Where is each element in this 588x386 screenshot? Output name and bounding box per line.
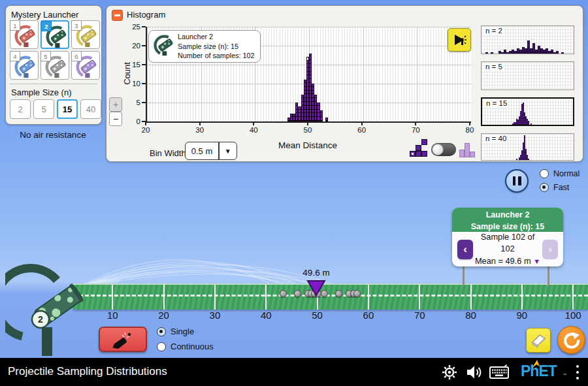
x-tick-label: 50: [298, 126, 318, 134]
mini-bar: [516, 159, 517, 160]
zoom-in-button[interactable]: +: [109, 97, 122, 112]
y-tick: [142, 26, 146, 27]
next-sample-button: ›: [542, 240, 558, 259]
projectile-ball: [294, 290, 301, 297]
y-tick: [142, 83, 146, 84]
mean-arrow-icon: ▼: [533, 257, 540, 265]
yard-line: [112, 285, 113, 310]
reset-icon: [563, 331, 580, 349]
pause-icon: [513, 176, 516, 185]
mini-bar: [528, 121, 529, 125]
sonification-button[interactable]: [448, 28, 471, 52]
x-tick-label: 30: [190, 126, 210, 134]
launcher-number-tag: 3: [71, 20, 82, 31]
y-tick-label: 10: [122, 80, 140, 88]
zoom-out-button[interactable]: −: [109, 112, 122, 126]
speed-radio-fast[interactable]: Fast: [540, 183, 569, 192]
x-tick: [199, 121, 201, 125]
mini-bar: [561, 52, 564, 54]
settings-button[interactable]: [440, 363, 459, 381]
mean-marker-label: 49.6 m: [290, 268, 342, 278]
x-tick: [469, 121, 470, 125]
y-tick-label: 20: [122, 42, 140, 50]
speed-radio-normal[interactable]: Normal: [540, 169, 580, 178]
mini-histogram-n=15[interactable]: n = 15: [481, 97, 574, 126]
phet-arrow-icon: [531, 360, 540, 369]
radio-unselected[interactable]: [157, 342, 166, 351]
collapse-button[interactable]: [112, 10, 123, 21]
sample-counter: Sample 102 of 102: [473, 231, 542, 255]
radio-unselected[interactable]: [540, 169, 549, 178]
launcher-button-1[interactable]: 1: [10, 20, 39, 49]
bin-width-dropdown[interactable]: 0.5 m ▼: [185, 142, 237, 160]
radio-selected[interactable]: [157, 327, 166, 336]
x-tick: [253, 121, 254, 125]
sample-size-button-5[interactable]: 5: [33, 99, 54, 119]
mode-radio-single[interactable]: Single: [157, 327, 194, 336]
block-dot: [412, 153, 414, 155]
y-tick-label: 25: [122, 23, 140, 31]
yard-line: [572, 285, 574, 310]
mini-histogram-n=5[interactable]: n = 5: [481, 61, 574, 90]
launcher-button-3[interactable]: 3: [71, 20, 100, 49]
launcher-button-5[interactable]: 5: [41, 51, 69, 80]
field-number: 20: [144, 310, 184, 321]
x-tick: [361, 121, 363, 125]
field-number: 100: [553, 310, 588, 321]
launcher-number-tag: 1: [10, 20, 20, 31]
launcher-cannon[interactable]: 2: [5, 263, 97, 356]
gear-icon: [441, 364, 458, 381]
x-tick: [415, 121, 416, 125]
eraser-button[interactable]: [526, 328, 551, 353]
x-tick-label: 80: [460, 126, 480, 134]
launcher-number-tag: 6: [71, 51, 82, 61]
bin-width-label: Bin Width: [150, 148, 186, 158]
mini-histogram-n=40[interactable]: n = 40: [481, 133, 574, 161]
reset-all-button[interactable]: [557, 326, 585, 354]
keyboard-icon: [489, 364, 509, 380]
view-toggle[interactable]: [431, 143, 456, 156]
sample-card: Launcher 2 Sample size (n): 15 ‹ Sample …: [452, 208, 563, 266]
launcher-button-4[interactable]: 4: [10, 51, 39, 80]
card-post: [463, 265, 465, 286]
launcher-number: 2: [38, 314, 43, 325]
card-launcher: Launcher 2: [452, 210, 563, 221]
bars-icon-bar: [459, 150, 465, 157]
mean-marker-icon[interactable]: [306, 280, 326, 297]
y-tick-label: 15: [122, 61, 140, 69]
launch-button[interactable]: [99, 327, 147, 352]
info-sample-size: Sample size (n): 15: [178, 42, 255, 52]
sample-size-button-2[interactable]: 2: [10, 99, 31, 119]
toggle-knob[interactable]: [432, 144, 444, 155]
mode-radio-continuous[interactable]: Continuous: [157, 342, 214, 351]
block: [421, 139, 427, 145]
pause-button[interactable]: [505, 169, 529, 193]
dropdown-arrow-icon: ▼: [220, 148, 237, 155]
sample-info-box: Launcher 2 Sample size (n): 15 Number of…: [148, 30, 261, 63]
yard-line: [521, 285, 523, 310]
x-tick-label: 20: [136, 126, 155, 134]
y-tick-label: 0: [122, 118, 140, 125]
phet-logo[interactable]: PhET ™: [521, 362, 566, 382]
launcher-button-6[interactable]: 6: [71, 51, 100, 80]
launcher-button-2[interactable]: 2: [41, 20, 69, 49]
projectile-ball: [280, 290, 287, 297]
mini-histogram-n=2[interactable]: n = 2: [481, 25, 574, 54]
sound-button[interactable]: [465, 363, 484, 381]
radio-selected[interactable]: [540, 183, 549, 192]
mini-bar: [556, 51, 559, 54]
field-number: 30: [195, 310, 235, 321]
sample-size-button-15[interactable]: 15: [57, 99, 78, 119]
menu-button[interactable]: [574, 364, 581, 381]
y-tick: [142, 45, 146, 46]
card-post: [547, 265, 549, 286]
keyboard-button[interactable]: [489, 363, 509, 381]
yard-line: [368, 285, 369, 310]
speed-label: Normal: [553, 169, 580, 178]
eraser-icon: [529, 331, 547, 349]
bars-view-icon: [459, 138, 476, 157]
previous-sample-button[interactable]: ‹: [457, 240, 473, 259]
sample-card-body: ‹ Sample 102 of 102 Mean = 49.6 m ▼ ›: [452, 232, 563, 266]
sample-size-button-40[interactable]: 40: [80, 99, 101, 119]
x-tick-label: 70: [406, 126, 425, 134]
